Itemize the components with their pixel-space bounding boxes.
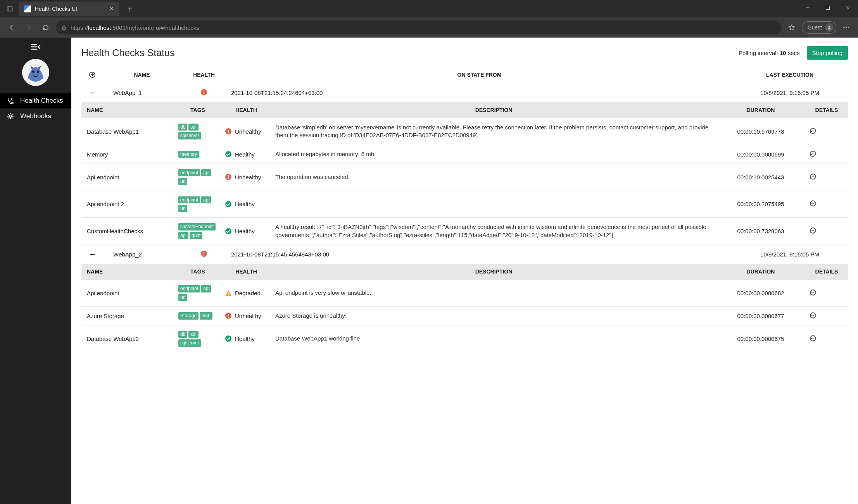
- window-maximize-button[interactable]: [818, 0, 838, 15]
- tag: db: [178, 124, 187, 131]
- profile-button[interactable]: Guest: [802, 21, 836, 34]
- app-health-icon: [181, 245, 227, 264]
- tag: endpoint: [178, 285, 200, 292]
- lock-icon: [61, 25, 67, 30]
- check-details-button[interactable]: [805, 280, 848, 307]
- check-name: CustomHealthChecks: [81, 218, 174, 244]
- check-row: Database WebApp1 dbsqlsqlserver Unhealth…: [81, 118, 848, 145]
- gear-icon: [6, 112, 15, 120]
- col-check-name: NAME: [81, 102, 174, 118]
- svg-point-5: [846, 27, 847, 28]
- col-name: NAME: [103, 67, 181, 83]
- check-row: CustomHealthChecks customEndpointapiquot…: [81, 218, 848, 244]
- check-details-button[interactable]: [805, 218, 848, 244]
- address-bar[interactable]: https://localhost:5001/myfavorite-ui#/he…: [56, 21, 782, 34]
- check-duration: 00:00:00.9709778: [716, 118, 805, 145]
- check-details-button[interactable]: [805, 306, 848, 325]
- profile-avatar-icon: [825, 23, 834, 32]
- check-duration: 00:00:00.7328063: [716, 218, 805, 244]
- svg-rect-1: [7, 7, 12, 11]
- nav-refresh-button[interactable]: [39, 21, 53, 34]
- tab-title: Health Checks UI: [35, 6, 105, 12]
- app-row: WebApp_2 2021-10-08T21:15:45.4564843+03:…: [81, 245, 848, 264]
- check-name: Database WebApp2: [81, 325, 174, 352]
- nav-back-button[interactable]: [5, 21, 19, 34]
- check-row: Database WebApp2 dbsqlsqlserver Healthy …: [81, 325, 848, 352]
- check-name: Azure Storage: [81, 306, 174, 325]
- col-check-tags: TAGS: [174, 102, 221, 118]
- history-icon: [809, 311, 817, 319]
- check-name: Api endpoint 2: [81, 191, 174, 218]
- window-close-button[interactable]: [838, 0, 858, 15]
- check-description: Allocated megabytes in memory: 6 mb: [271, 145, 716, 163]
- col-state: ON STATE FROM: [227, 67, 732, 83]
- check-description: Database 'simpledb' on server 'myservern…: [271, 118, 716, 145]
- check-health-label: Unhealthy: [235, 313, 261, 319]
- svg-rect-2: [62, 27, 66, 29]
- stethoscope-icon: [6, 97, 15, 105]
- check-row: Azure Storage Storageblob Unhealthy Azur…: [81, 306, 848, 325]
- app-last-execution: 10/8/2021, 9:16:05 PM: [732, 83, 848, 103]
- check-tags: dbsqlsqlserver: [174, 118, 221, 145]
- window-minimize-button[interactable]: [798, 0, 818, 15]
- col-check-det: DETAILS: [805, 102, 848, 118]
- favorites-button[interactable]: [785, 21, 799, 34]
- sidebar-collapse-button[interactable]: [31, 43, 41, 52]
- check-health-label: Healthy: [235, 228, 255, 234]
- collapse-button[interactable]: [81, 83, 103, 103]
- svg-point-4: [843, 27, 844, 28]
- check-details-button[interactable]: [805, 145, 848, 163]
- check-tags: endpointapiuri: [174, 191, 221, 218]
- history-icon: [809, 127, 817, 135]
- tag: endpoint: [178, 196, 200, 203]
- tag: sqlserver: [178, 132, 201, 139]
- check-duration: 00:00:00.0000675: [716, 325, 805, 352]
- collapse-button[interactable]: [81, 245, 103, 264]
- browser-tab[interactable]: Health Checks UI: [19, 2, 119, 16]
- check-description: [271, 191, 716, 218]
- app-name: WebApp_1: [103, 83, 181, 103]
- stop-polling-button[interactable]: Stop polling: [807, 46, 848, 60]
- history-icon: [809, 289, 817, 296]
- check-health: Degraded: [221, 280, 271, 307]
- check-details-button[interactable]: [805, 118, 848, 145]
- history-icon: [809, 334, 817, 342]
- tab-close-button[interactable]: [109, 6, 114, 12]
- tab-actions-button[interactable]: [3, 2, 16, 15]
- new-tab-button[interactable]: [123, 2, 136, 15]
- check-duration: 00:00:00.0000699: [716, 145, 805, 163]
- check-name: Api endpoint: [81, 280, 174, 307]
- app-detail-row: NAME TAGS HEALTH DESCRIPTION DURATION DE…: [81, 264, 848, 352]
- sidebar: Health Checks Webhooks: [0, 38, 71, 504]
- svg-point-3: [829, 26, 830, 28]
- tag: uri: [178, 178, 187, 185]
- app-detail-row: NAME TAGS HEALTH DESCRIPTION DURATION DE…: [81, 102, 848, 245]
- browser-chrome: Health Checks UI https://localhost:500: [0, 0, 858, 38]
- sidebar-item-label: Health Checks: [20, 97, 63, 105]
- check-health: Unhealthy: [221, 118, 271, 145]
- main-content: Health Checks Status Polling interval: 1…: [71, 38, 858, 504]
- check-tags: customEndpointapiquot: [174, 218, 221, 244]
- check-tags: endpointapiuri: [174, 163, 221, 191]
- check-details-button[interactable]: [805, 325, 848, 352]
- check-duration: 00:00:00.0000682: [716, 280, 805, 307]
- check-duration: 00:00:00.0000677: [716, 306, 805, 325]
- page-title: Health Checks Status: [81, 47, 174, 58]
- history-icon: [809, 150, 817, 158]
- check-health-label: Healthy: [235, 201, 255, 207]
- col-check-det: DETAILS: [805, 264, 848, 280]
- expand-all-button[interactable]: [81, 67, 103, 83]
- tab-favicon-icon: [24, 5, 31, 12]
- nav-forward-button[interactable]: [22, 21, 36, 34]
- browser-menu-button[interactable]: [839, 21, 853, 34]
- check-health-label: Healthy: [235, 335, 255, 342]
- url-text: https://localhost:5001/myfavorite-ui#/he…: [71, 24, 199, 31]
- app-logo: [22, 59, 49, 86]
- sidebar-item-health-checks[interactable]: Health Checks: [0, 93, 71, 108]
- svg-rect-0: [826, 6, 830, 10]
- check-details-button[interactable]: [805, 191, 848, 218]
- check-health-label: Unhealthy: [235, 174, 261, 181]
- sidebar-item-webhooks[interactable]: Webhooks: [0, 108, 71, 124]
- checks-table: NAME TAGS HEALTH DESCRIPTION DURATION DE…: [81, 264, 848, 352]
- check-details-button[interactable]: [805, 163, 848, 191]
